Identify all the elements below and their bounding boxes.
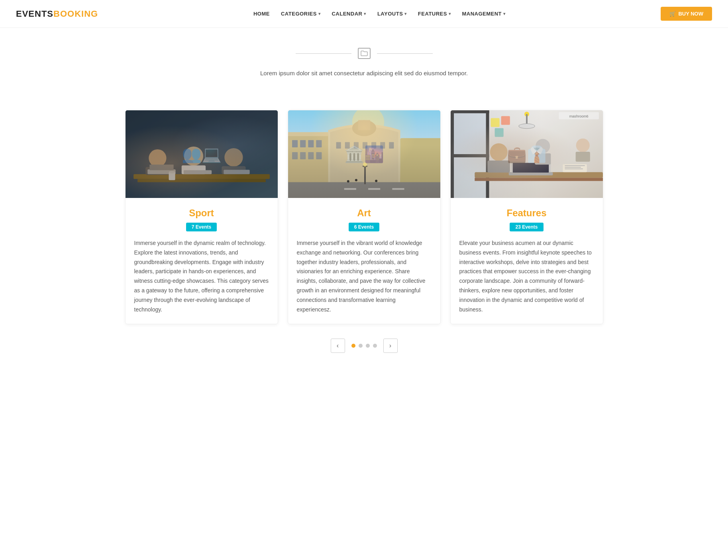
svg-rect-73 xyxy=(575,152,590,162)
svg-rect-19 xyxy=(288,134,332,198)
card-body-features: Features 23 Events Elevate your business… xyxy=(451,198,603,324)
chevron-down-icon: ▾ xyxy=(503,12,506,16)
logo-events: EVENTS xyxy=(16,9,53,19)
cart-icon: 🛒 xyxy=(669,11,676,17)
svg-rect-3 xyxy=(137,179,266,182)
svg-rect-51 xyxy=(486,110,489,198)
card-description-features: Elevate your business acumen at our dyna… xyxy=(459,239,594,314)
svg-rect-33 xyxy=(353,142,358,149)
card-title-art: Art xyxy=(297,208,432,219)
svg-rect-40 xyxy=(344,188,356,190)
nav-item-layouts[interactable]: LAYOUTS ▾ xyxy=(373,8,411,19)
nav-item-calendar[interactable]: CALENDAR ▾ xyxy=(328,8,370,19)
svg-point-15 xyxy=(169,171,175,173)
svg-rect-12 xyxy=(222,166,245,174)
card-badge-features: 23 Events xyxy=(510,223,543,231)
svg-point-11 xyxy=(224,148,243,166)
svg-rect-32 xyxy=(345,142,349,149)
chevron-down-icon: ▾ xyxy=(364,12,366,16)
svg-point-45 xyxy=(375,180,377,182)
card-sport: Sport 7 Events Immerse yourself in the d… xyxy=(125,110,278,324)
nav-item-management[interactable]: MANAGEMENT ▾ xyxy=(458,8,509,19)
buy-now-button[interactable]: 🛒 Buy Now xyxy=(661,7,712,21)
svg-point-76 xyxy=(518,124,534,129)
svg-rect-26 xyxy=(300,152,306,159)
svg-rect-77 xyxy=(559,112,599,119)
svg-rect-22 xyxy=(300,140,306,147)
svg-rect-36 xyxy=(380,142,385,149)
svg-rect-21 xyxy=(292,140,298,147)
carousel-next-button[interactable]: › xyxy=(383,339,398,353)
folder-icon xyxy=(358,48,371,59)
svg-rect-30 xyxy=(358,120,370,130)
chevron-down-icon: ▾ xyxy=(318,12,321,16)
svg-rect-38 xyxy=(400,138,440,198)
svg-point-70 xyxy=(536,139,550,153)
svg-rect-37 xyxy=(389,142,394,149)
logo: EVENTSBOOKING xyxy=(16,9,98,19)
svg-rect-58 xyxy=(494,128,503,137)
card-description-sport: Immerse yourself in the dynamic realm of… xyxy=(134,239,269,314)
svg-rect-62 xyxy=(508,172,553,175)
svg-rect-28 xyxy=(316,152,322,159)
nav-link-features[interactable]: FEATURES ▾ xyxy=(414,8,455,19)
nav-link-categories[interactable]: CATEGORIES ▾ xyxy=(277,8,325,19)
svg-point-68 xyxy=(490,143,507,161)
svg-rect-66 xyxy=(565,167,581,168)
cards-grid: Sport 7 Events Immerse yourself in the d… xyxy=(125,110,603,324)
nav-item-categories[interactable]: CATEGORIES ▾ xyxy=(277,8,325,19)
hero-section: Lorem ipsum dolor sit amet consectetur a… xyxy=(0,28,728,102)
nav-link-layouts[interactable]: LAYOUTS ▾ xyxy=(373,8,411,19)
logo-booking: BOOKING xyxy=(53,9,98,19)
svg-rect-9 xyxy=(181,165,205,174)
svg-rect-6 xyxy=(147,169,175,174)
chevron-down-icon: ▾ xyxy=(449,12,451,16)
card-features: mashroom6 Features 23 Events Elevate you… xyxy=(450,110,603,324)
nav-link-calendar[interactable]: CALENDAR ▾ xyxy=(328,8,370,19)
cards-section: Sport 7 Events Immerse yourself in the d… xyxy=(105,102,623,377)
svg-rect-10 xyxy=(183,170,211,174)
svg-rect-65 xyxy=(565,165,585,166)
nav-item-features[interactable]: FEATURES ▾ xyxy=(414,8,455,19)
svg-rect-69 xyxy=(487,161,510,172)
carousel-dot-1[interactable] xyxy=(359,344,363,348)
carousel-prev-button[interactable]: ‹ xyxy=(331,339,345,353)
svg-point-4 xyxy=(149,149,166,167)
card-image-sport xyxy=(126,110,278,198)
card-badge-art: 6 Events xyxy=(349,223,379,231)
nav-links: HOME CATEGORIES ▾ CALENDAR ▾ LAYOUTS ▾ F… xyxy=(249,8,510,19)
carousel-dots xyxy=(351,344,377,348)
hero-divider xyxy=(8,48,720,59)
svg-rect-0 xyxy=(126,110,278,198)
card-image-features: mashroom6 xyxy=(451,110,603,198)
svg-rect-60 xyxy=(475,178,603,181)
svg-rect-46 xyxy=(364,166,366,184)
svg-rect-14 xyxy=(169,172,175,180)
carousel-dot-0[interactable] xyxy=(351,344,355,348)
nav-item-home[interactable]: HOME xyxy=(249,8,274,19)
svg-point-44 xyxy=(355,179,357,181)
carousel-dot-2[interactable] xyxy=(366,344,370,348)
svg-rect-1 xyxy=(126,110,278,198)
hero-subtitle: Lorem ipsum dolor sit amet consectetur a… xyxy=(245,69,484,78)
svg-point-43 xyxy=(347,180,349,182)
svg-rect-57 xyxy=(501,116,510,125)
svg-rect-24 xyxy=(316,140,322,147)
card-title-sport: Sport xyxy=(134,208,269,219)
svg-rect-17 xyxy=(288,110,440,198)
svg-rect-49 xyxy=(451,110,603,198)
svg-point-74 xyxy=(524,112,529,116)
svg-rect-64 xyxy=(563,164,587,172)
nav-link-home[interactable]: HOME xyxy=(249,8,274,19)
svg-rect-52 xyxy=(451,110,489,113)
svg-point-48 xyxy=(363,163,367,166)
svg-rect-71 xyxy=(535,153,551,164)
svg-rect-75 xyxy=(526,114,527,126)
carousel-dot-3[interactable] xyxy=(373,344,377,348)
svg-rect-5 xyxy=(145,167,169,175)
nav-link-management[interactable]: MANAGEMENT ▾ xyxy=(458,8,509,19)
card-title-features: Features xyxy=(459,208,594,219)
chevron-left-icon: ‹ xyxy=(337,342,339,349)
svg-rect-56 xyxy=(491,118,499,127)
svg-rect-42 xyxy=(392,188,404,190)
